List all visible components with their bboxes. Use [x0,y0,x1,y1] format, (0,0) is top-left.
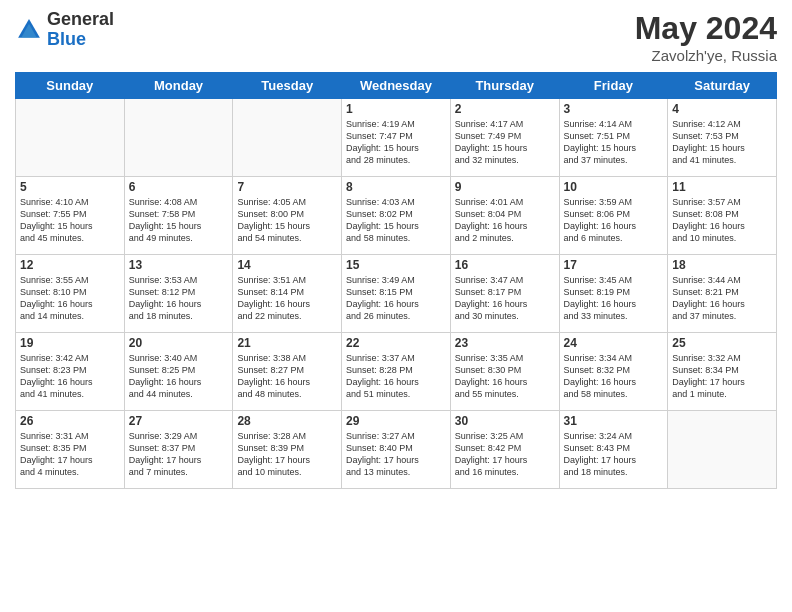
table-row [16,99,125,177]
table-row: 29Sunrise: 3:27 AM Sunset: 8:40 PM Dayli… [342,411,451,489]
table-row: 1Sunrise: 4:19 AM Sunset: 7:47 PM Daylig… [342,99,451,177]
day-number: 16 [455,258,555,272]
day-number: 9 [455,180,555,194]
table-row: 10Sunrise: 3:59 AM Sunset: 8:06 PM Dayli… [559,177,668,255]
table-row: 13Sunrise: 3:53 AM Sunset: 8:12 PM Dayli… [124,255,233,333]
logo-icon [15,16,43,44]
day-info: Sunrise: 3:34 AM Sunset: 8:32 PM Dayligh… [564,352,664,401]
col-tuesday: Tuesday [233,73,342,99]
day-number: 17 [564,258,664,272]
day-number: 5 [20,180,120,194]
day-info: Sunrise: 3:44 AM Sunset: 8:21 PM Dayligh… [672,274,772,323]
day-number: 2 [455,102,555,116]
day-info: Sunrise: 3:29 AM Sunset: 8:37 PM Dayligh… [129,430,229,479]
day-info: Sunrise: 3:40 AM Sunset: 8:25 PM Dayligh… [129,352,229,401]
page: General Blue May 2024 Zavolzh'ye, Russia… [0,0,792,612]
day-number: 24 [564,336,664,350]
table-row [668,411,777,489]
col-friday: Friday [559,73,668,99]
table-row: 8Sunrise: 4:03 AM Sunset: 8:02 PM Daylig… [342,177,451,255]
week-row-4: 26Sunrise: 3:31 AM Sunset: 8:35 PM Dayli… [16,411,777,489]
day-number: 30 [455,414,555,428]
day-number: 29 [346,414,446,428]
day-number: 27 [129,414,229,428]
day-info: Sunrise: 3:25 AM Sunset: 8:42 PM Dayligh… [455,430,555,479]
day-info: Sunrise: 4:10 AM Sunset: 7:55 PM Dayligh… [20,196,120,245]
title-month: May 2024 [635,10,777,47]
col-monday: Monday [124,73,233,99]
day-number: 22 [346,336,446,350]
day-info: Sunrise: 4:12 AM Sunset: 7:53 PM Dayligh… [672,118,772,167]
table-row [124,99,233,177]
day-number: 20 [129,336,229,350]
day-info: Sunrise: 4:17 AM Sunset: 7:49 PM Dayligh… [455,118,555,167]
table-row: 16Sunrise: 3:47 AM Sunset: 8:17 PM Dayli… [450,255,559,333]
table-row: 7Sunrise: 4:05 AM Sunset: 8:00 PM Daylig… [233,177,342,255]
day-number: 14 [237,258,337,272]
logo-blue-text: Blue [47,30,114,50]
day-number: 21 [237,336,337,350]
table-row: 17Sunrise: 3:45 AM Sunset: 8:19 PM Dayli… [559,255,668,333]
table-row: 14Sunrise: 3:51 AM Sunset: 8:14 PM Dayli… [233,255,342,333]
table-row: 27Sunrise: 3:29 AM Sunset: 8:37 PM Dayli… [124,411,233,489]
day-info: Sunrise: 3:42 AM Sunset: 8:23 PM Dayligh… [20,352,120,401]
logo: General Blue [15,10,114,50]
day-number: 28 [237,414,337,428]
table-row: 23Sunrise: 3:35 AM Sunset: 8:30 PM Dayli… [450,333,559,411]
day-info: Sunrise: 3:53 AM Sunset: 8:12 PM Dayligh… [129,274,229,323]
day-info: Sunrise: 4:01 AM Sunset: 8:04 PM Dayligh… [455,196,555,245]
table-row: 30Sunrise: 3:25 AM Sunset: 8:42 PM Dayli… [450,411,559,489]
table-row: 22Sunrise: 3:37 AM Sunset: 8:28 PM Dayli… [342,333,451,411]
day-info: Sunrise: 3:59 AM Sunset: 8:06 PM Dayligh… [564,196,664,245]
table-row: 5Sunrise: 4:10 AM Sunset: 7:55 PM Daylig… [16,177,125,255]
day-info: Sunrise: 3:32 AM Sunset: 8:34 PM Dayligh… [672,352,772,401]
table-row: 31Sunrise: 3:24 AM Sunset: 8:43 PM Dayli… [559,411,668,489]
day-number: 19 [20,336,120,350]
week-row-1: 5Sunrise: 4:10 AM Sunset: 7:55 PM Daylig… [16,177,777,255]
table-row: 9Sunrise: 4:01 AM Sunset: 8:04 PM Daylig… [450,177,559,255]
day-info: Sunrise: 4:03 AM Sunset: 8:02 PM Dayligh… [346,196,446,245]
day-number: 13 [129,258,229,272]
day-info: Sunrise: 4:05 AM Sunset: 8:00 PM Dayligh… [237,196,337,245]
week-row-0: 1Sunrise: 4:19 AM Sunset: 7:47 PM Daylig… [16,99,777,177]
day-number: 7 [237,180,337,194]
day-number: 18 [672,258,772,272]
table-row: 11Sunrise: 3:57 AM Sunset: 8:08 PM Dayli… [668,177,777,255]
table-row: 28Sunrise: 3:28 AM Sunset: 8:39 PM Dayli… [233,411,342,489]
day-info: Sunrise: 3:51 AM Sunset: 8:14 PM Dayligh… [237,274,337,323]
table-row: 25Sunrise: 3:32 AM Sunset: 8:34 PM Dayli… [668,333,777,411]
day-number: 25 [672,336,772,350]
table-row: 3Sunrise: 4:14 AM Sunset: 7:51 PM Daylig… [559,99,668,177]
table-row: 4Sunrise: 4:12 AM Sunset: 7:53 PM Daylig… [668,99,777,177]
day-info: Sunrise: 3:47 AM Sunset: 8:17 PM Dayligh… [455,274,555,323]
day-info: Sunrise: 3:35 AM Sunset: 8:30 PM Dayligh… [455,352,555,401]
day-info: Sunrise: 4:14 AM Sunset: 7:51 PM Dayligh… [564,118,664,167]
calendar-body: 1Sunrise: 4:19 AM Sunset: 7:47 PM Daylig… [16,99,777,489]
table-row: 18Sunrise: 3:44 AM Sunset: 8:21 PM Dayli… [668,255,777,333]
header: General Blue May 2024 Zavolzh'ye, Russia [15,10,777,64]
day-number: 11 [672,180,772,194]
table-row: 2Sunrise: 4:17 AM Sunset: 7:49 PM Daylig… [450,99,559,177]
day-info: Sunrise: 3:38 AM Sunset: 8:27 PM Dayligh… [237,352,337,401]
day-number: 12 [20,258,120,272]
logo-text: General Blue [47,10,114,50]
logo-general-text: General [47,10,114,30]
day-number: 8 [346,180,446,194]
day-number: 3 [564,102,664,116]
col-sunday: Sunday [16,73,125,99]
day-info: Sunrise: 3:28 AM Sunset: 8:39 PM Dayligh… [237,430,337,479]
table-row: 6Sunrise: 4:08 AM Sunset: 7:58 PM Daylig… [124,177,233,255]
title-location: Zavolzh'ye, Russia [635,47,777,64]
calendar-table: Sunday Monday Tuesday Wednesday Thursday… [15,72,777,489]
day-info: Sunrise: 3:37 AM Sunset: 8:28 PM Dayligh… [346,352,446,401]
day-number: 15 [346,258,446,272]
calendar-header-row: Sunday Monday Tuesday Wednesday Thursday… [16,73,777,99]
day-number: 23 [455,336,555,350]
day-number: 1 [346,102,446,116]
week-row-3: 19Sunrise: 3:42 AM Sunset: 8:23 PM Dayli… [16,333,777,411]
table-row: 20Sunrise: 3:40 AM Sunset: 8:25 PM Dayli… [124,333,233,411]
table-row: 19Sunrise: 3:42 AM Sunset: 8:23 PM Dayli… [16,333,125,411]
week-row-2: 12Sunrise: 3:55 AM Sunset: 8:10 PM Dayli… [16,255,777,333]
day-info: Sunrise: 3:31 AM Sunset: 8:35 PM Dayligh… [20,430,120,479]
day-info: Sunrise: 3:49 AM Sunset: 8:15 PM Dayligh… [346,274,446,323]
